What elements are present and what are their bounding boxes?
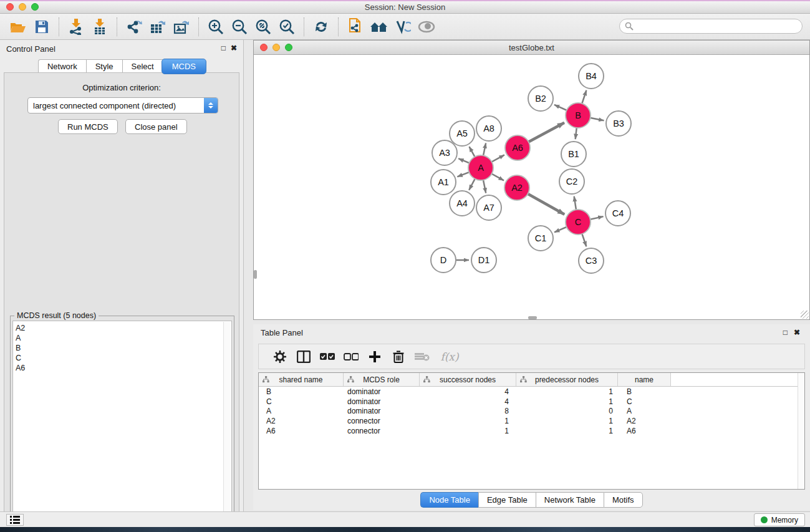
table-row[interactable]: Cdominator41C (259, 397, 804, 407)
graph-node-A4[interactable]: A4 (449, 190, 475, 216)
graph-node-C4[interactable]: C4 (605, 200, 631, 226)
graph-node-B3[interactable]: B3 (605, 110, 632, 137)
search-field[interactable] (619, 19, 803, 34)
cell: A (618, 407, 671, 415)
graph-node-B[interactable]: B (565, 102, 591, 128)
column-header-predecessor-nodes[interactable]: predecessor nodes (516, 373, 618, 386)
float-panel-icon[interactable]: □ (221, 44, 226, 52)
graph-node-C1[interactable]: C1 (528, 225, 554, 251)
plus-icon (369, 351, 380, 362)
search-input[interactable] (634, 21, 802, 32)
select-all-button[interactable] (317, 347, 337, 366)
cell: A (259, 407, 344, 415)
tab-motifs[interactable]: Motifs (604, 492, 643, 508)
export-network-button[interactable] (123, 16, 145, 37)
graph-node-C[interactable]: C (565, 209, 591, 235)
function-builder-button[interactable]: f(x) (436, 347, 463, 366)
graph-node-D[interactable]: D (430, 247, 456, 273)
task-history-button[interactable] (6, 514, 24, 526)
tab-style[interactable]: Style (86, 59, 122, 74)
table-row[interactable]: A6connector11A6 (259, 426, 804, 436)
zoom-selected-icon (279, 19, 295, 35)
mcds-result-group: MCDS result (5 nodes) A2ABCA6 (10, 316, 234, 530)
save-icon (35, 20, 49, 34)
graph-node-B1[interactable]: B1 (561, 141, 587, 167)
graph-node-C3[interactable]: C3 (578, 248, 604, 274)
close-panel-button[interactable]: Close panel (125, 119, 187, 134)
delete-table-button[interactable] (412, 347, 432, 366)
delete-table-icon (415, 352, 430, 362)
clone-network-button[interactable] (345, 16, 366, 37)
export-table-button[interactable] (147, 16, 168, 37)
memory-button[interactable]: Memory (754, 513, 805, 526)
tab-network[interactable]: Network (38, 59, 86, 74)
graph-node-A5[interactable]: A5 (449, 120, 475, 147)
close-panel-icon[interactable]: ✖ (231, 44, 237, 52)
column-header-MCDS-role[interactable]: MCDS role (344, 373, 420, 386)
cell: 1 (516, 397, 618, 406)
result-item[interactable]: C (16, 353, 231, 363)
import-network-button[interactable] (65, 16, 87, 37)
toolbar-separator (304, 17, 304, 36)
cell: C (259, 397, 344, 406)
cell: 1 (420, 417, 516, 425)
table-settings-button[interactable] (270, 347, 290, 366)
tab-mcds[interactable]: MCDS (162, 59, 206, 74)
column-header-successor-nodes[interactable]: successor nodes (420, 373, 516, 386)
tab-edge-table[interactable]: Edge Table (478, 492, 536, 508)
zoom-out-button[interactable] (229, 16, 250, 37)
graphics-details-button[interactable] (392, 16, 413, 37)
delete-column-button[interactable] (388, 347, 408, 366)
graph-node-A2[interactable]: A2 (504, 175, 530, 201)
zoom-in-button[interactable] (205, 16, 226, 37)
table-row[interactable]: Adominator80A (259, 407, 804, 417)
cell: A2 (259, 417, 344, 425)
table-panel: Table Panel □ ✖ (253, 324, 810, 510)
graph-node-A6[interactable]: A6 (504, 135, 531, 161)
result-item[interactable]: A (16, 333, 231, 343)
graph-node-D1[interactable]: D1 (471, 247, 497, 273)
result-item[interactable]: B (16, 343, 231, 353)
graph-node-A1[interactable]: A1 (430, 169, 456, 195)
show-hide-button[interactable] (416, 16, 437, 37)
zoom-fit-button[interactable] (253, 16, 274, 37)
refresh-button[interactable] (311, 16, 332, 37)
column-header-name[interactable]: name (618, 373, 671, 386)
graph-node-B2[interactable]: B2 (528, 85, 554, 112)
network-canvas[interactable]: AA1A2A3A4A5A6A7A8BB1B2B3B4CC1C2C3C4DD1 (254, 55, 809, 319)
column-header-shared-name[interactable]: shared name (259, 373, 344, 386)
run-mcds-button[interactable]: Run MCDS (58, 119, 118, 134)
vertical-scroll-thumb[interactable] (254, 270, 257, 279)
horizontal-scroll-thumb[interactable] (528, 316, 537, 319)
tab-select[interactable]: Select (122, 59, 163, 74)
table-scrollbar[interactable] (798, 373, 804, 489)
deselect-all-button[interactable] (341, 347, 361, 366)
table-row[interactable]: A2connector11A2 (259, 416, 804, 426)
toolbar-separator (117, 17, 117, 36)
cell: connector (344, 427, 420, 435)
result-item[interactable]: A6 (16, 363, 231, 373)
tab-node-table[interactable]: Node Table (420, 492, 478, 508)
float-table-panel-icon[interactable]: □ (783, 328, 788, 337)
graph-node-A8[interactable]: A8 (476, 115, 502, 142)
show-columns-button[interactable] (294, 347, 314, 366)
tab-network-table[interactable]: Network Table (536, 492, 604, 508)
resize-grip-icon[interactable] (801, 311, 809, 319)
open-session-button[interactable] (7, 16, 29, 37)
import-table-button[interactable] (89, 16, 110, 37)
criterion-dropdown[interactable]: largest connected component (directed) (27, 97, 218, 114)
zoom-selected-button[interactable] (276, 16, 297, 37)
export-network-icon (126, 19, 142, 34)
save-session-button[interactable] (31, 16, 52, 37)
close-table-panel-icon[interactable]: ✖ (794, 328, 800, 337)
graph-node-C2[interactable]: C2 (559, 168, 585, 195)
graph-node-B4[interactable]: B4 (578, 63, 604, 89)
create-column-button[interactable] (365, 347, 385, 366)
result-item[interactable]: A2 (16, 323, 231, 333)
home-button[interactable] (369, 16, 390, 37)
graph-node-A7[interactable]: A7 (476, 195, 502, 221)
table-row[interactable]: Bdominator41B (259, 387, 804, 397)
graph-node-A[interactable]: A (468, 155, 494, 181)
result-scrollbar[interactable] (223, 322, 231, 528)
export-image-button[interactable] (171, 16, 192, 37)
